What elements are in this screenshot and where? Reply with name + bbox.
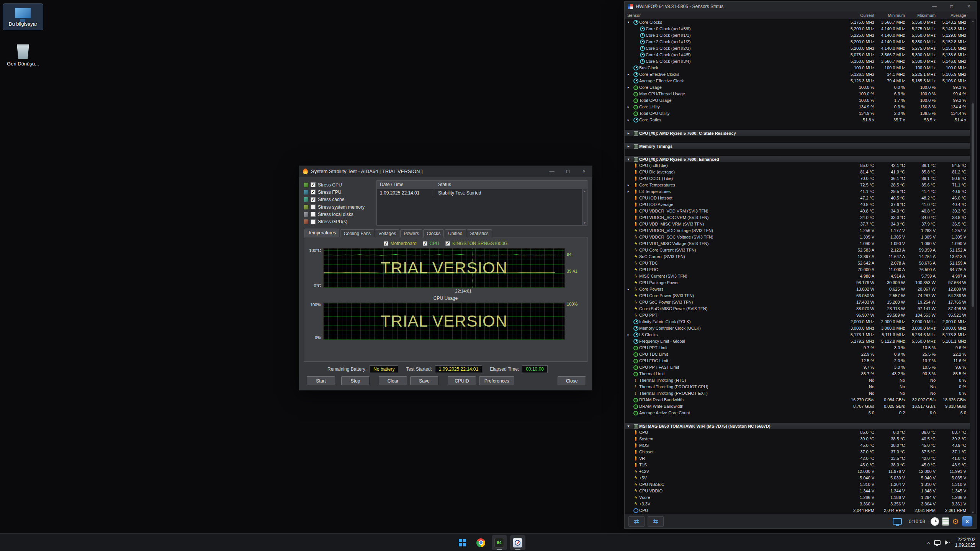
stress-checkbox[interactable] bbox=[311, 219, 316, 224]
maximize-button[interactable]: □ bbox=[944, 2, 959, 11]
sensor-row[interactable]: CPU 2,044 RPM 2,044 RPM 2,061 RPM 2,061 … bbox=[625, 507, 970, 514]
sensor-row[interactable]: Max CPU/Thread Usage 100.0 % 6.3 % 100.0… bbox=[625, 91, 970, 97]
cpuid-button[interactable]: CPUID bbox=[448, 376, 476, 385]
sensor-row[interactable]: Chipset 37.0 °C 37.0 °C 37.5 °C 37.1 °C bbox=[625, 449, 970, 455]
expand-arrow-icon[interactable]: ▸ bbox=[625, 117, 632, 123]
sensor-row[interactable]: DRAM Write Bandwidth 8.707 GB/s 0.025 GB… bbox=[625, 403, 970, 410]
sensor-row[interactable]: ▾ Core Clocks 5,175.0 MHz 3,566.7 MHz 5,… bbox=[625, 19, 970, 26]
stress-checkbox[interactable] bbox=[311, 212, 316, 217]
sensor-row[interactable]: Frequency Limit - Global 5,179.2 MHz 5,1… bbox=[625, 338, 970, 345]
expand-arrow-icon[interactable]: ▸ bbox=[625, 286, 632, 293]
col-maximum[interactable]: Maximum bbox=[909, 13, 939, 18]
expand-arrow-icon[interactable]: ▸ bbox=[625, 143, 632, 150]
sensor-row[interactable]: Thermal Throttling (HTC) No No No 0 % bbox=[625, 377, 970, 384]
sensor-row[interactable]: Core 2 Clock (perf #1/2) 5,200.0 MHz 4,1… bbox=[625, 39, 970, 45]
sensor-row[interactable]: CPU VDD_MISC VRM (SVI3 TFN) 37.7 °C 34.0… bbox=[625, 221, 970, 227]
sensor-row[interactable]: Core 4 Clock (perf #4/5) 5,075.0 MHz 3,5… bbox=[625, 52, 970, 58]
sensor-row[interactable]: CPU VDDCR_VDD Voltage (SVI3 TFN) 1.256 V… bbox=[625, 227, 970, 234]
sensor-row[interactable]: CPU VDDCR_VDD VRM (SVI3 TFN) 40.8 °C 34.… bbox=[625, 208, 970, 214]
taskbar-aida64[interactable]: 64 bbox=[492, 535, 507, 550]
tab[interactable]: Unified bbox=[445, 229, 466, 237]
scrollbar-thumb[interactable] bbox=[972, 103, 974, 307]
sensor-row[interactable]: CPU Core Power (SVI3 TFN) 66.050 W 2.557… bbox=[625, 293, 970, 299]
sensor-row[interactable]: CPU IOD Average 40.8 °C 37.6 °C 41.0 °C … bbox=[625, 201, 970, 208]
sensor-row[interactable]: ▸ L3 Clocks 5,173.1 MHz 5,111.3 MHz 5,26… bbox=[625, 332, 970, 338]
sensor-row[interactable]: Vcore 1.266 V 1.186 V 1.294 V 1.266 V bbox=[625, 494, 970, 501]
sensor-row[interactable]: +5V 5.040 V 5.030 V 5.040 V 5.035 V bbox=[625, 475, 970, 481]
tab[interactable]: Clocks bbox=[423, 229, 444, 237]
close-button[interactable]: × bbox=[962, 2, 976, 11]
sensor-row[interactable]: CPU PPT Limit 9.7 % 3.0 % 10.5 % 9.6 % bbox=[625, 345, 970, 351]
expand-arrow-icon[interactable]: ▾ bbox=[625, 156, 632, 163]
sensor-row[interactable]: CPU TDC 52.642 A 2.078 A 58.676 A 51.159… bbox=[625, 260, 970, 267]
monitoring-icon[interactable] bbox=[893, 518, 902, 525]
sensor-row[interactable]: Core 5 Clock (perf #3/4) 5,150.0 MHz 3,5… bbox=[625, 58, 970, 65]
sensor-row[interactable]: CPU SoC Power (SVI3 TFN) 17.483 W 15.200… bbox=[625, 299, 970, 306]
sensor-row[interactable]: ▸ Core Usage 100.0 % 0.0 % 100.0 % 99.3 … bbox=[625, 84, 970, 91]
legend-checkbox[interactable] bbox=[423, 241, 427, 246]
maximize-button[interactable]: □ bbox=[560, 166, 576, 177]
sensor-row[interactable]: Core 3 Clock (perf #2/3) 5,200.0 MHz 4,1… bbox=[625, 45, 970, 52]
sensor-row[interactable]: Total CPU Usage 100.0 % 1.7 % 100.0 % 99… bbox=[625, 97, 970, 104]
sensor-row[interactable]: DRAM Read Bandwidth 16.270 GB/s 0.084 GB… bbox=[625, 397, 970, 403]
report-icon[interactable] bbox=[942, 517, 949, 526]
sensor-row[interactable]: MOS 45.0 °C 38.0 °C 45.0 °C 43.9 °C bbox=[625, 442, 970, 449]
taskbar-chrome[interactable] bbox=[473, 535, 489, 550]
sensor-row[interactable]: CPU EDC Limit 12.5 % 2.0 % 13.7 % 11.6 % bbox=[625, 358, 970, 364]
stress-option[interactable]: Stress system memory bbox=[304, 203, 372, 211]
exit-icon[interactable]: × bbox=[962, 516, 972, 526]
sensor-row[interactable]: ▸ CPU [#0]: AMD Ryzen 5 7600: C-State Re… bbox=[625, 130, 970, 136]
settings-gear-icon[interactable]: ⚙ bbox=[952, 518, 959, 525]
volume-muted-icon[interactable]: × bbox=[945, 540, 951, 545]
sensor-row[interactable]: ▸ Memory Timings bbox=[625, 143, 970, 149]
sensor-row[interactable]: CPU PPT FAST Limit 9.7 % 3.0 % 10.5 % 9.… bbox=[625, 364, 970, 371]
legend-checkbox[interactable] bbox=[384, 241, 388, 246]
stress-option[interactable]: Stress GPU(s) bbox=[304, 218, 372, 226]
expand-arrow-icon[interactable]: ▸ bbox=[625, 332, 632, 338]
tab[interactable]: Statistics bbox=[467, 229, 492, 237]
sensor-row[interactable]: Thermal Throttling (PROCHOT CPU) No No N… bbox=[625, 384, 970, 390]
sensor-row[interactable]: CPU Core Current (SVI3 TFN) 52.583 A 2.1… bbox=[625, 247, 970, 253]
sensor-row[interactable]: CPU CCD1 (Tdie) 70.0 °C 36.1 °C 89.1 °C … bbox=[625, 175, 970, 182]
sensor-row[interactable]: Average Effective Clock 5,126.3 MHz 79.4… bbox=[625, 78, 970, 84]
sensor-row[interactable]: ▸ Core Powers 13.082 W 0.625 W 20.067 W … bbox=[625, 286, 970, 293]
sensor-row[interactable]: CPU 85.0 °C 0.0 °C 86.0 °C 83.7 °C bbox=[625, 429, 970, 436]
aida-titlebar[interactable]: System Stability Test - AIDA64 [ TRIAL V… bbox=[299, 166, 592, 177]
log-col-status[interactable]: Status bbox=[435, 181, 587, 189]
sensor-row[interactable]: MISC Current (SVI3 TFN) 4.988 A 4.914 A … bbox=[625, 273, 970, 280]
clear-button[interactable]: Clear bbox=[379, 376, 407, 385]
sensor-row[interactable]: ▸ Core Temperatures 72.5 °C 28.5 °C 85.6… bbox=[625, 182, 970, 188]
stress-option[interactable]: Stress FPU bbox=[304, 188, 372, 196]
sensor-row[interactable]: Thermal Throttling (PROCHOT EXT) No No N… bbox=[625, 390, 970, 397]
sensor-row[interactable]: CPU EDC 70.000 A 11.000 A 76.500 A 64.77… bbox=[625, 267, 970, 273]
sensor-scrollbar[interactable]: ▲ ▼ bbox=[970, 19, 975, 515]
stress-checkbox[interactable] bbox=[311, 197, 316, 202]
preferences-button[interactable]: Preferences bbox=[479, 376, 514, 385]
stress-checkbox[interactable] bbox=[311, 204, 316, 209]
col-current[interactable]: Current bbox=[843, 13, 878, 18]
sensor-row[interactable]: CPU TDC Limit 22.9 % 0.9 % 25.5 % 22.2 % bbox=[625, 351, 970, 358]
log-col-datetime[interactable]: Date / Time bbox=[377, 181, 435, 189]
col-average[interactable]: Average bbox=[939, 13, 970, 18]
desktop-icon-this-pc[interactable]: Bu bilgisayar bbox=[3, 4, 43, 30]
legend-item[interactable]: CPU bbox=[423, 240, 439, 247]
reset-minmax-button[interactable]: ⇄ bbox=[628, 516, 645, 527]
expand-arrow-icon[interactable]: ▸ bbox=[625, 71, 632, 78]
tray-overflow-chevron-icon[interactable]: ^ bbox=[928, 541, 930, 546]
desktop-icon-recycle-bin[interactable]: Geri Dönüşü... bbox=[3, 40, 43, 70]
sensor-row[interactable]: System 39.0 °C 38.5 °C 40.5 °C 39.3 °C bbox=[625, 436, 970, 442]
sensor-row[interactable]: Core+SoC+MISC Power (SVI3 TFN) 88.970 W … bbox=[625, 306, 970, 312]
log-scrollbar[interactable]: ▲▼ bbox=[582, 189, 587, 225]
start-button[interactable]: Start bbox=[307, 376, 335, 385]
expand-arrow-icon[interactable]: ▸ bbox=[625, 84, 632, 91]
legend-item[interactable]: KINGSTON SRNGS1000G bbox=[445, 240, 508, 247]
stress-option[interactable]: Stress local disks bbox=[304, 211, 372, 218]
network-icon[interactable] bbox=[934, 540, 941, 545]
tab[interactable]: Temperatures bbox=[304, 229, 339, 237]
sensor-row[interactable]: Memory Controller Clock (UCLK) 3,000.0 M… bbox=[625, 325, 970, 332]
sensor-row[interactable]: ▸ Core Ratios 51.8 x 35.7 x 53.5 x 51.4 … bbox=[625, 117, 970, 123]
close-dialog-button[interactable]: Close bbox=[558, 376, 586, 385]
log-row[interactable]: 1.09.2025 22:14:01 Stability Test: Start… bbox=[377, 189, 587, 197]
sensor-row[interactable]: CPU VDD_MISC Voltage (SVI3 TFN) 1.090 V … bbox=[625, 240, 970, 247]
tray-clock[interactable]: 22:24:02 1.09.2025 bbox=[955, 537, 975, 548]
